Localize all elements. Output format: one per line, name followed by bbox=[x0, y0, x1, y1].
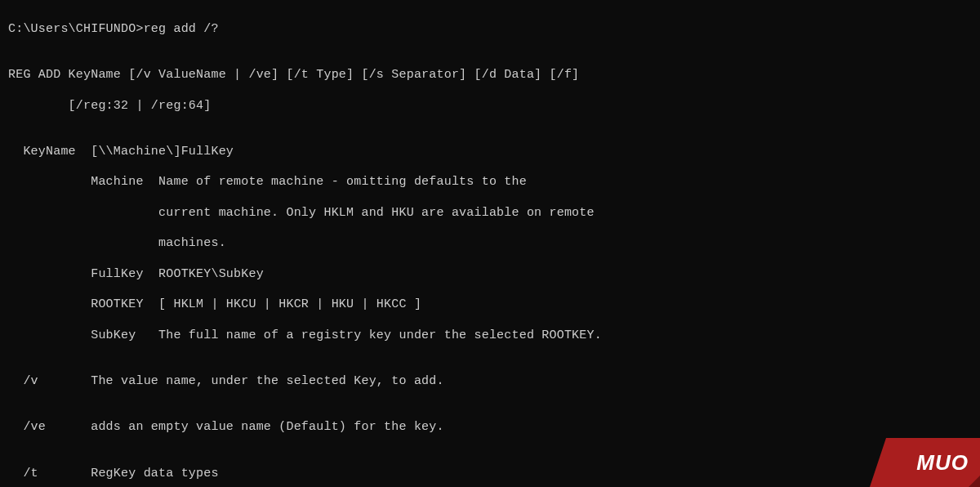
syntax-line: [/reg:32 | /reg:64] bbox=[8, 99, 972, 114]
terminal-output: C:\Users\CHIFUNDO>reg add /? REG ADD Key… bbox=[8, 7, 972, 487]
t-flag-help-line: /t RegKey data types bbox=[8, 467, 972, 482]
keyname-help-line: current machine. Only HKLM and HKU are a… bbox=[8, 206, 972, 221]
keyname-help-line: SubKey The full name of a registry key u… bbox=[8, 328, 972, 344]
ve-flag-help-line: /ve adds an empty value name (Default) f… bbox=[8, 420, 972, 436]
keyname-help-line: KeyName [\\Machine\]FullKey bbox=[8, 145, 972, 160]
keyname-help-line: ROOTKEY [ HKLM | HKCU | HKCR | HKU | HKC… bbox=[8, 297, 972, 313]
keyname-help-line: FullKey ROOTKEY\SubKey bbox=[8, 267, 972, 283]
syntax-line: REG ADD KeyName [/v ValueName | /ve] [/t… bbox=[8, 68, 972, 83]
v-flag-help-line: /v The value name, under the selected Ke… bbox=[8, 374, 972, 390]
logo-text: MUO bbox=[916, 449, 969, 476]
command-prompt-line: C:\Users\CHIFUNDO>reg add /? bbox=[8, 22, 972, 38]
logo-corner-accent bbox=[969, 476, 980, 487]
keyname-help-line: machines. bbox=[8, 236, 972, 252]
watermark-logo: MUO bbox=[870, 438, 980, 487]
keyname-help-line: Machine Name of remote machine - omittin… bbox=[8, 175, 972, 190]
